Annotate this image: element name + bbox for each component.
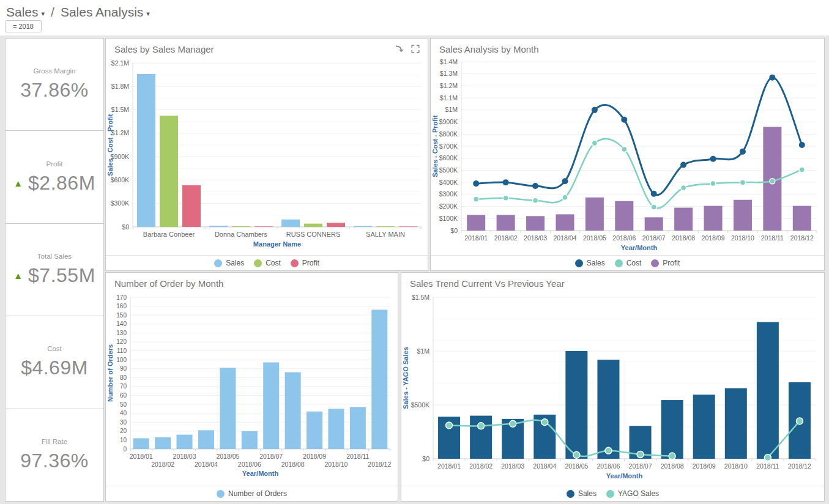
bar-profit[interactable]: [399, 226, 417, 227]
bar-sales[interactable]: [725, 388, 747, 459]
bar-sales[interactable]: [693, 395, 715, 459]
bar-number-of-orders[interactable]: [328, 409, 344, 449]
legend-item-sales[interactable]: Sales: [214, 259, 244, 267]
marker-cost[interactable]: [474, 196, 479, 202]
legend-item-profit[interactable]: Profit: [651, 259, 680, 267]
bar-number-of-orders[interactable]: [350, 407, 366, 449]
marker-cost[interactable]: [533, 198, 538, 203]
bar-sales[interactable]: [757, 322, 779, 459]
chart-sales-by-manager[interactable]: $0$300K$600K$900K$1.2M$1.5M$1.8M$2.1MBar…: [106, 58, 428, 253]
bar-profit[interactable]: [615, 201, 633, 231]
legend-item-yago-sales[interactable]: YAGO Sales: [606, 489, 659, 498]
bar-profit[interactable]: [674, 208, 693, 231]
bar-sales[interactable]: [661, 400, 683, 459]
marker-yago-sales[interactable]: [478, 423, 485, 429]
marker-cost[interactable]: [592, 141, 597, 146]
legend-item-profit[interactable]: Profit: [291, 259, 319, 267]
legend-item-cost[interactable]: Cost: [254, 259, 281, 267]
marker-cost[interactable]: [799, 167, 805, 172]
bar-profit[interactable]: [467, 215, 485, 231]
bar-number-of-orders[interactable]: [307, 412, 322, 449]
marker-yago-sales[interactable]: [510, 420, 516, 427]
bar-profit[interactable]: [497, 215, 515, 231]
bar-profit[interactable]: [327, 223, 345, 227]
chart-sales-analysis-by-month[interactable]: $0$100K$200K$300K$400K$500K$600K$700K$80…: [431, 58, 824, 253]
marker-sales[interactable]: [680, 162, 686, 168]
bar-number-of-orders[interactable]: [198, 430, 214, 449]
bar-number-of-orders[interactable]: [177, 435, 193, 449]
y-tick-label: 120: [116, 338, 127, 345]
marker-cost[interactable]: [651, 204, 656, 210]
bar-profit[interactable]: [526, 216, 545, 231]
bar-sales[interactable]: [281, 220, 300, 227]
bar-cost[interactable]: [376, 226, 395, 227]
marker-yago-sales[interactable]: [796, 418, 803, 424]
marker-sales[interactable]: [532, 183, 538, 189]
chart-number-of-orders[interactable]: 0102030405060708090100110120130140150160…: [106, 292, 398, 483]
bar-sales[interactable]: [209, 226, 228, 227]
bar-number-of-orders[interactable]: [133, 438, 149, 449]
marker-yago-sales[interactable]: [541, 419, 548, 426]
breadcrumb-dashboard-group[interactable]: Sales ▾: [6, 5, 45, 20]
marker-sales[interactable]: [503, 179, 509, 185]
bar-number-of-orders[interactable]: [371, 309, 387, 449]
marker-sales[interactable]: [651, 191, 657, 197]
marker-sales[interactable]: [562, 178, 568, 184]
drill-down-icon[interactable]: [395, 44, 404, 54]
marker-yago-sales[interactable]: [669, 453, 675, 459]
marker-cost[interactable]: [562, 195, 568, 200]
bar-profit[interactable]: [734, 200, 752, 231]
bar-number-of-orders[interactable]: [155, 437, 171, 449]
legend-item-sales[interactable]: Sales: [575, 259, 605, 267]
marker-yago-sales[interactable]: [637, 451, 644, 458]
year-filter-chip[interactable]: = 2018: [5, 20, 42, 32]
kpi-card-total-sales[interactable]: Total Sales▲$7.55M: [5, 223, 104, 316]
marker-cost[interactable]: [770, 179, 775, 184]
bar-sales[interactable]: [137, 74, 155, 227]
breadcrumb-dashboard-name[interactable]: Sales Analysis ▾: [61, 5, 150, 20]
bar-profit[interactable]: [255, 226, 273, 227]
bar-sales[interactable]: [597, 360, 619, 459]
expand-icon[interactable]: [411, 44, 420, 54]
legend-item-cost[interactable]: Cost: [615, 259, 642, 267]
marker-sales[interactable]: [799, 142, 805, 148]
bar-cost[interactable]: [160, 116, 178, 227]
bar-number-of-orders[interactable]: [285, 372, 301, 449]
bar-profit[interactable]: [586, 198, 604, 231]
legend-item-number-of-orders[interactable]: Number of Orders: [217, 489, 287, 498]
bar-profit[interactable]: [793, 206, 811, 231]
marker-cost[interactable]: [622, 146, 627, 152]
marker-yago-sales[interactable]: [446, 422, 453, 429]
legend-item-sales[interactable]: Sales: [567, 489, 597, 498]
marker-cost[interactable]: [710, 181, 716, 187]
kpi-card-gross-margin[interactable]: Gross Margin37.86%: [5, 38, 104, 131]
bar-profit[interactable]: [704, 206, 723, 231]
marker-cost[interactable]: [681, 185, 686, 191]
marker-sales[interactable]: [769, 75, 775, 81]
bar-profit[interactable]: [645, 217, 663, 231]
chart-sales-trend[interactable]: $0$500K$1M$1.5M2018/012018/022018/032018…: [401, 292, 824, 483]
bar-profit[interactable]: [556, 214, 574, 231]
marker-yago-sales[interactable]: [605, 447, 612, 454]
marker-cost[interactable]: [740, 180, 745, 185]
bar-number-of-orders[interactable]: [220, 368, 236, 449]
marker-cost[interactable]: [503, 195, 508, 201]
bar-sales[interactable]: [565, 351, 587, 459]
bar-sales[interactable]: [354, 226, 372, 227]
bar-cost[interactable]: [304, 224, 322, 227]
kpi-card-fill-rate[interactable]: Fill Rate97.36%: [5, 409, 104, 502]
marker-sales[interactable]: [592, 107, 598, 113]
marker-yago-sales[interactable]: [764, 454, 771, 461]
marker-sales[interactable]: [473, 180, 479, 187]
marker-sales[interactable]: [710, 156, 716, 162]
bar-cost[interactable]: [232, 226, 250, 227]
bar-number-of-orders[interactable]: [263, 362, 279, 449]
kpi-card-cost[interactable]: Cost$4.69M: [5, 316, 104, 409]
kpi-card-profit[interactable]: Profit▲$2.86M: [5, 130, 104, 223]
marker-sales[interactable]: [740, 149, 746, 155]
bar-profit[interactable]: [182, 185, 201, 227]
marker-yago-sales[interactable]: [573, 451, 580, 458]
marker-sales[interactable]: [621, 117, 627, 123]
bar-number-of-orders[interactable]: [242, 431, 258, 449]
chart-area: 0102030405060708090100110120130140150160…: [106, 292, 398, 486]
